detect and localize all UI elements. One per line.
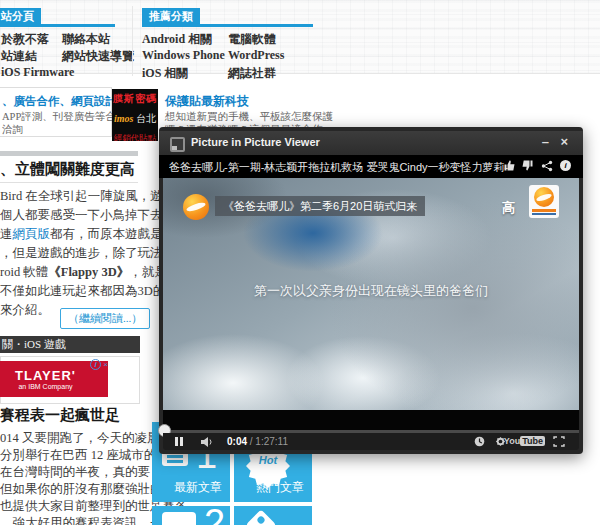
video-letterbox: [163, 410, 579, 430]
read-more-button[interactable]: （繼續閱讀...）: [60, 308, 150, 329]
protect-link[interactable]: 保護貼最新科技: [165, 93, 249, 110]
promo-text-1: APP評測、刊登廣告等合作: [2, 110, 126, 124]
nav-underline-1: [0, 24, 115, 27]
video-viewport[interactable]: 《爸爸去哪儿》第二季6月20日萌式归来 高 第一次以父亲身份出现在镜头里的爸爸们: [163, 178, 579, 410]
article1-line: 連網頁版都有，而原本遊戲是2D像: [0, 226, 152, 243]
minimize-button[interactable]: –: [542, 134, 549, 150]
pip-app-icon: [170, 137, 185, 152]
nav-header-categories: 推薦分類: [142, 8, 200, 24]
article2-title: 賽程表一起瘋世足: [0, 406, 120, 425]
time-current: 0:04: [227, 436, 247, 447]
video-title-bar: 爸爸去哪儿-第一期-林志颖开拖拉机救场 爱哭鬼Cindy一秒变怪力萝莉-【湖南卫…: [159, 155, 583, 178]
adchoices-controls: i ×: [90, 359, 108, 370]
nav-link-contact[interactable]: 聯絡本站: [62, 31, 110, 48]
video-title-link[interactable]: 爸爸去哪儿-第一期-林志颖开拖拉机救场 爱哭鬼Cindy一秒变怪力萝莉-【湖南卫…: [169, 160, 509, 175]
text: 連: [0, 227, 13, 241]
watch-later-icon[interactable]: [474, 436, 485, 447]
article1-line: 不僅如此連玩起來都因為3D的轉換: [0, 283, 152, 300]
article2-line: 但如果你的肝沒有那麼強壯的話，: [0, 481, 152, 498]
nav-link-about[interactable]: 於教不落: [1, 31, 49, 48]
imos-ad-line3: 經銷代貼點: [112, 133, 158, 141]
close-button[interactable]: ×: [560, 134, 568, 150]
nav-link-ios-firmware[interactable]: iOS Firmware: [1, 65, 74, 80]
softlayer-brand: TLAYER': [0, 368, 108, 383]
tile-label: 熱門文章: [256, 479, 304, 496]
nav-link-blog-community[interactable]: 網誌社群: [228, 65, 276, 82]
protect-text-1: 想知道新買的手機、平板該怎麼保護: [165, 110, 333, 124]
text: roid 軟體: [0, 265, 48, 279]
comment-icon: [162, 512, 196, 525]
adchoices-info-icon[interactable]: i: [90, 359, 101, 370]
tile-number: 2: [204, 506, 225, 525]
imos-ad-line1: 膜斯密碼: [112, 92, 158, 106]
mango-tv-logo: [529, 185, 559, 218]
category-bar[interactable]: 關・iOS 遊戲: [0, 336, 140, 353]
youtube-you: You: [504, 436, 520, 446]
imos-ad-banner[interactable]: 膜斯密碼 imos 台北 經銷代貼點: [112, 89, 158, 141]
ad-box: TLAYER' an IBM Company i ×: [0, 356, 140, 404]
player-controls: 0:04 / 1:27:11 YouTube: [163, 433, 579, 450]
article1-title: 、立體闖關難度更高: [0, 160, 135, 179]
video-subtitle: 第一次以父亲身份出现在镜头里的爸爸们: [163, 282, 579, 300]
tile-categories[interactable]: [234, 506, 312, 525]
hot-badge-text: Hot: [246, 454, 290, 466]
volume-icon[interactable]: [201, 437, 214, 447]
tile-latest-comments[interactable]: 2: [152, 506, 230, 525]
thumbs-down-icon[interactable]: [522, 160, 533, 171]
tag-icon: [245, 509, 276, 525]
page: 站分頁 於教不落 聯絡本站 站連結 網站快速導覽 iOS Firmware 推薦…: [0, 0, 600, 525]
nav-divider: [132, 6, 133, 76]
nav-link-ios[interactable]: iOS 相關: [142, 65, 188, 82]
share-icon[interactable]: [541, 160, 553, 172]
pause-button[interactable]: [180, 437, 183, 446]
softlayer-sub: an IBM Company: [0, 383, 108, 390]
article1-line: roid 軟體《Flappy 3D》，就是把: [0, 264, 152, 281]
article1-line: 個人都要感受一下小鳥掉下去或: [0, 207, 152, 224]
imos-city: 台北: [133, 113, 156, 124]
promo-text-2: 洽詢: [2, 123, 23, 137]
nav-link-site-links[interactable]: 站連結: [1, 48, 37, 65]
fullscreen-icon[interactable]: [553, 436, 565, 447]
window-titlebar[interactable]: Picture in Picture Viewer – ×: [159, 131, 583, 155]
window-title: Picture in Picture Viewer: [191, 136, 320, 148]
article1-line: Bird 在全球引起一陣旋風，遊戲: [0, 188, 152, 205]
thumbs-up-icon[interactable]: [504, 160, 515, 171]
title-rule: [0, 182, 138, 183]
imos-ad-line2: imos 台北: [112, 112, 158, 126]
youtube-tube: Tube: [520, 436, 545, 446]
hunan-tv-logo: [183, 194, 209, 220]
pause-button[interactable]: [175, 437, 178, 446]
article2-line: 分別舉行在巴西 12 座城市的 12 座: [0, 447, 152, 464]
article1-line: ，但是遊戲的進步，除了玩法就是: [0, 245, 152, 262]
nav-underline-2: [142, 24, 313, 27]
pip-window: Picture in Picture Viewer – × 爸爸去哪儿-第一期-…: [159, 127, 583, 454]
tile-label: 最新文章: [174, 479, 222, 496]
time-display: 0:04 / 1:27:11: [227, 436, 288, 447]
nav-link-site-guide[interactable]: 網站快速導覽: [62, 48, 134, 65]
time-total: 1:27:11: [255, 436, 288, 447]
video-overlay-banner: 《爸爸去哪儿》第二季6月20日萌式归来: [215, 196, 425, 216]
article2-line: 014 又要開跑了，今天的凌晨開始: [0, 430, 152, 447]
hd-watermark: 高: [502, 199, 515, 217]
nav-link-windows-phone[interactable]: Windows Phone: [142, 48, 225, 63]
article2-line: 、強大好用的賽程表資訊，一起: [0, 515, 152, 525]
youtube-logo[interactable]: YouTube: [504, 436, 545, 446]
article2-line: 在台灣時間的半夜，真的要「瘋」: [0, 464, 152, 481]
promo-box: 、廣告合作、網頁設計 APP評測、刊登廣告等合作 洽詢: [0, 87, 112, 137]
nav-link-wordpress[interactable]: WordPress: [228, 48, 284, 63]
info-icon[interactable]: i: [560, 160, 571, 171]
section-divider: [0, 151, 138, 156]
imos-brand: imos: [114, 113, 133, 124]
nav-header-site-pages: 站分頁: [0, 8, 41, 24]
ad-close-icon[interactable]: ×: [103, 360, 108, 369]
article2-line: 也提供大家目前整理到的世足賽各: [0, 498, 152, 515]
app-name: 《Flappy 3D》: [48, 265, 129, 279]
webversion-link[interactable]: 網頁版: [13, 227, 51, 241]
nav-link-software[interactable]: 電腦軟體: [228, 31, 276, 48]
promo-link[interactable]: 、廣告合作、網頁設計: [2, 94, 117, 109]
nav-link-android[interactable]: Android 相關: [142, 31, 212, 48]
